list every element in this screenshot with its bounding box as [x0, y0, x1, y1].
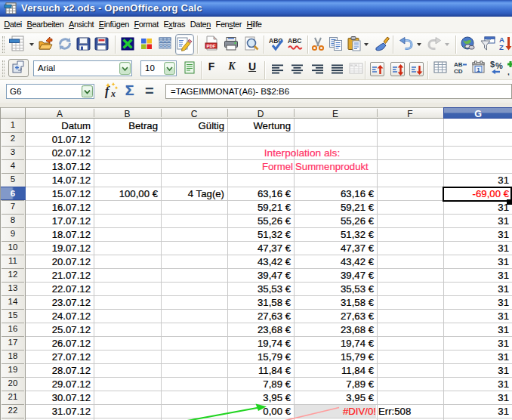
- svg-text:1: 1: [477, 66, 480, 73]
- svg-text:,: ,: [507, 68, 510, 76]
- svg-text:ABC: ABC: [288, 37, 301, 45]
- svg-text:%: %: [495, 61, 503, 70]
- svg-text:x: x: [110, 88, 116, 99]
- svg-text:AB: AB: [454, 61, 463, 68]
- svg-text:CD: CD: [454, 68, 463, 75]
- svg-text:$: $: [490, 60, 495, 69]
- svg-text:PDF: PDF: [207, 44, 216, 48]
- svg-text:Z: Z: [499, 43, 504, 51]
